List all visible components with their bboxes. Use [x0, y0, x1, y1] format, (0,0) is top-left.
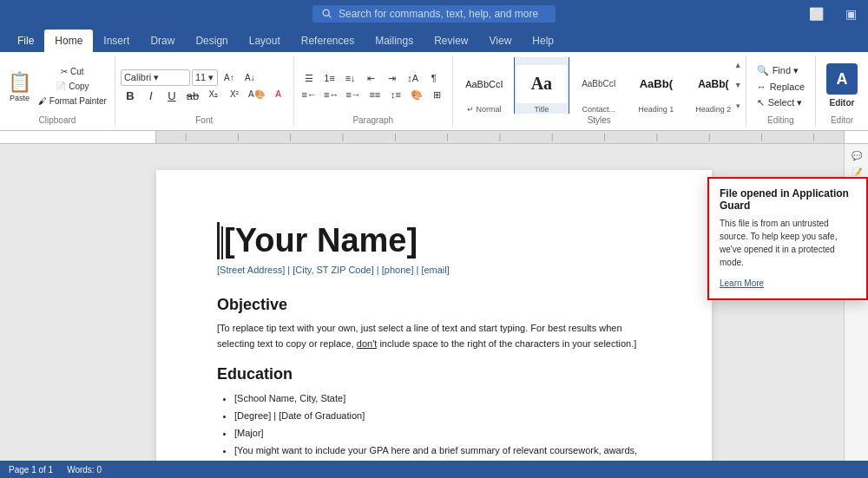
- tab-help[interactable]: Help: [522, 29, 564, 52]
- find-button[interactable]: 🔍 Find ▾: [752, 63, 810, 78]
- ribbon-editor-group: A Editor Editor: [816, 56, 868, 127]
- document-name: [Your Name]: [217, 222, 651, 259]
- replace-button[interactable]: ↔ Replace: [752, 80, 810, 94]
- select-icon: ↖: [757, 97, 765, 108]
- strikethrough-button[interactable]: ab: [183, 88, 202, 104]
- ribbon-content: 📋 Paste ✂ Cut 📄 Copy 🖌 Format Painter Cl…: [0, 52, 868, 130]
- tab-draw[interactable]: Draw: [140, 29, 185, 52]
- decrease-font-button[interactable]: A↓: [240, 71, 260, 84]
- numbering-button[interactable]: 1≡: [320, 71, 339, 86]
- learn-more-link[interactable]: Learn More: [720, 278, 764, 288]
- highlight-button[interactable]: A🎨: [246, 88, 267, 104]
- style-heading2-preview: AaBb(: [688, 65, 734, 103]
- font-family-select[interactable]: Calibri ▾: [121, 69, 190, 86]
- paragraph-btns: ☰ 1≡ ≡↓ ⇤ ⇥ ↕A ¶ ≡← ≡↔ ≡→ ≡≡ ↕≡ 🎨 ⊞: [299, 57, 447, 115]
- align-left-button[interactable]: ≡←: [299, 88, 319, 102]
- section-objective-title: Objective: [217, 296, 651, 314]
- restore-icon[interactable]: ⬜: [799, 0, 833, 28]
- ribbon-paragraph-group: ☰ 1≡ ≡↓ ⇤ ⇥ ↕A ¶ ≡← ≡↔ ≡→ ≡≡ ↕≡ 🎨 ⊞: [294, 56, 453, 127]
- ribbon-clipboard-group: 📋 Paste ✂ Cut 📄 Copy 🖌 Format Painter Cl…: [0, 56, 115, 127]
- bullets-button[interactable]: ☰: [299, 71, 319, 86]
- style-heading1[interactable]: AaBb( Heading 1: [628, 57, 684, 114]
- increase-indent-button[interactable]: ⇥: [383, 71, 402, 86]
- subscript-button[interactable]: X₂: [204, 88, 223, 104]
- education-list: [School Name, City, State] [Degree] | [D…: [217, 390, 651, 461]
- font-size-select[interactable]: 11 ▾: [192, 69, 218, 86]
- list-item: [You might want to include your GPA here…: [234, 442, 651, 461]
- paste-button[interactable]: 📋 Paste: [5, 69, 34, 104]
- tab-home[interactable]: Home: [44, 29, 93, 52]
- increase-font-button[interactable]: A↑: [220, 71, 239, 84]
- style-heading2[interactable]: AaBb( Heading 2: [686, 57, 734, 114]
- text-cursor: [221, 226, 223, 259]
- style-contact-preview: AaBbCcI: [574, 65, 624, 103]
- style-contact[interactable]: AaBbCcI Contact...: [571, 57, 627, 114]
- list-item: [School Name, City, State]: [234, 390, 651, 408]
- search-icon: [321, 8, 333, 20]
- style-normal[interactable]: AaBbCcI ↵ Normal: [457, 57, 512, 114]
- italic-button[interactable]: I: [141, 88, 161, 104]
- editor-btn-area: A Editor: [826, 57, 858, 115]
- style-contact-label: Contact...: [582, 105, 616, 114]
- style-normal-preview: AaBbCcI: [459, 65, 510, 103]
- list-item: [Degree] | [Date of Graduation]: [234, 408, 651, 425]
- replace-icon: ↔: [757, 82, 766, 92]
- document-page[interactable]: [Your Name] [Street Address] | [City, ST…: [156, 170, 712, 461]
- editor-button[interactable]: Editor: [827, 96, 858, 109]
- bold-button[interactable]: B: [121, 88, 140, 104]
- editing-label: Editing: [767, 115, 794, 125]
- tab-review[interactable]: Review: [424, 29, 478, 52]
- ribbon-font-group: Calibri ▾ 11 ▾ A↑ A↓ B I U ab X₂ X² A🎨 A…: [115, 56, 294, 127]
- borders-button[interactable]: ⊞: [428, 88, 447, 102]
- tab-layout[interactable]: Layout: [239, 29, 291, 52]
- tab-mailings[interactable]: Mailings: [365, 29, 424, 52]
- copy-button[interactable]: 📄 Copy: [36, 80, 109, 93]
- svg-line-1: [329, 16, 332, 18]
- popup-body: This file is from an untrusted source. T…: [720, 217, 856, 269]
- section-objective-body: [To replace tip text with your own, just…: [217, 321, 651, 351]
- clipboard-btns: 📋 Paste ✂ Cut 📄 Copy 🖌 Format Painter: [5, 57, 109, 115]
- status-bar: Page 1 of 1 Words: 0: [0, 461, 868, 478]
- styles-scroll-area: AaBbCcI ↵ Normal Aa Title AaBbCcI C: [457, 57, 742, 114]
- superscript-button[interactable]: X²: [225, 88, 244, 104]
- popup-title: File opened in Application Guard: [720, 187, 856, 212]
- tab-design[interactable]: Design: [185, 29, 238, 52]
- show-marks-button[interactable]: ¶: [424, 71, 444, 86]
- style-heading1-label: Heading 1: [638, 105, 674, 114]
- tab-insert[interactable]: Insert: [93, 29, 140, 52]
- style-normal-label: ↵ Normal: [467, 105, 502, 114]
- sort-button[interactable]: ↕A: [404, 71, 423, 86]
- search-bar[interactable]: Search for commands, text, help, and mor…: [312, 5, 556, 23]
- shading-button[interactable]: 🎨: [407, 88, 426, 102]
- styles-scroll-buttons[interactable]: ▲ ▼ ▾: [734, 57, 742, 114]
- sidebar-comments-button[interactable]: 💬: [847, 147, 866, 164]
- svg-point-0: [323, 10, 329, 16]
- decrease-indent-button[interactable]: ⇤: [362, 71, 381, 86]
- replace-label: Replace: [770, 82, 805, 92]
- tab-view[interactable]: View: [479, 29, 523, 52]
- list-item: [Major]: [234, 425, 651, 442]
- multilevel-button[interactable]: ≡↓: [341, 71, 360, 86]
- cut-button[interactable]: ✂ Cut: [36, 65, 109, 78]
- editor-group-label: Editor: [831, 115, 853, 125]
- align-center-button[interactable]: ≡↔: [321, 88, 341, 102]
- style-title[interactable]: Aa Title: [514, 57, 569, 114]
- title-bar-icons: ⬜ ▣: [799, 0, 868, 28]
- document-address: [Street Address] | [City, ST ZIP Code] |…: [217, 265, 651, 275]
- align-right-button[interactable]: ≡→: [343, 88, 363, 102]
- line-spacing-button[interactable]: ↕≡: [386, 88, 405, 102]
- font-color-button[interactable]: A: [269, 88, 288, 104]
- font-btns: Calibri ▾ 11 ▾ A↑ A↓ B I U ab X₂ X² A🎨 A: [121, 57, 288, 115]
- ruler: |||||||||||||: [0, 130, 868, 144]
- style-title-preview: Aa: [516, 65, 567, 103]
- paste-icon: 📋: [8, 71, 31, 94]
- format-painter-button[interactable]: 🖌 Format Painter: [36, 95, 109, 108]
- justify-button[interactable]: ≡≡: [365, 88, 385, 102]
- tab-references[interactable]: References: [291, 29, 365, 52]
- underline-button[interactable]: U: [162, 88, 181, 104]
- tab-file[interactable]: File: [7, 29, 44, 52]
- dont-underline: don't: [357, 338, 378, 349]
- title-bar: Search for commands, text, help, and mor…: [0, 0, 868, 28]
- maximize-icon[interactable]: ▣: [833, 0, 868, 28]
- select-button[interactable]: ↖ Select ▾: [752, 95, 810, 110]
